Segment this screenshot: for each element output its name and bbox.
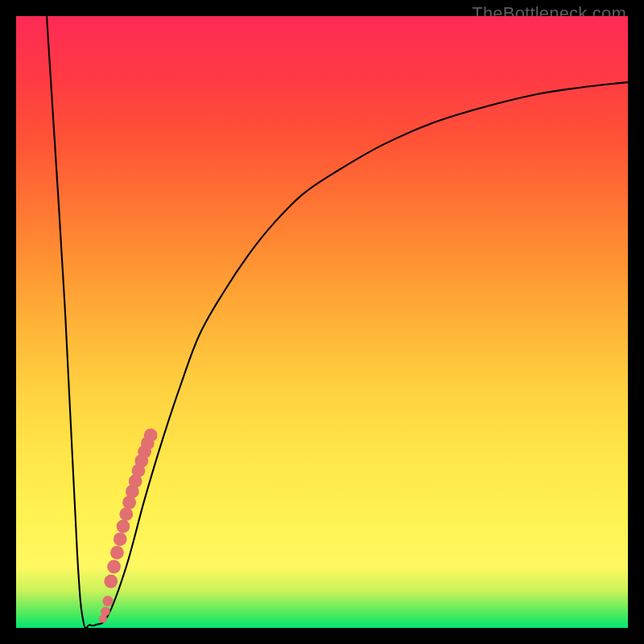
- highlight-dots: [99, 428, 158, 623]
- highlight-dot: [102, 596, 113, 606]
- bottleneck-curve: [47, 16, 628, 628]
- highlight-dot: [119, 507, 133, 521]
- highlight-dot: [144, 428, 158, 442]
- chart-svg: [16, 16, 628, 628]
- chart-frame: TheBottleneck.com: [0, 0, 644, 644]
- highlight-dot: [110, 546, 124, 559]
- highlight-dot: [114, 532, 127, 546]
- highlight-dot: [101, 607, 110, 617]
- highlight-dot: [104, 575, 118, 588]
- highlight-dot: [117, 519, 130, 533]
- highlight-dot: [107, 560, 121, 574]
- plot-area: [16, 16, 628, 628]
